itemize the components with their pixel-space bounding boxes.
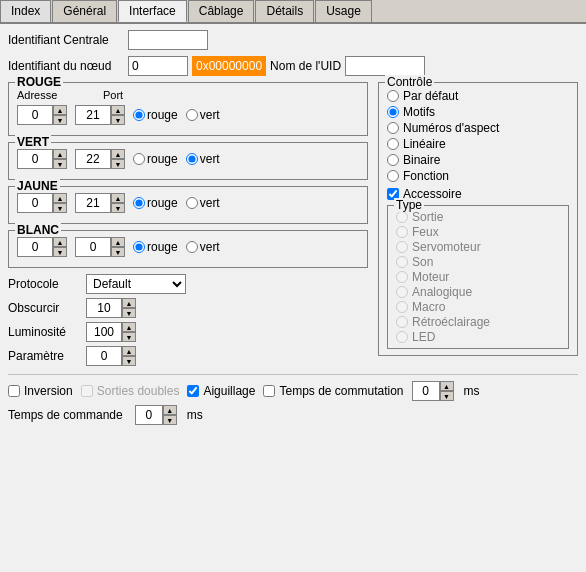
controle-par-defaut[interactable]: Par défaut xyxy=(387,89,569,103)
jaune-radio-vert[interactable]: vert xyxy=(186,196,220,210)
controle-lineaire[interactable]: Linéaire xyxy=(387,137,569,151)
luminosite-label: Luminosité xyxy=(8,325,78,339)
vert-adresse-down[interactable]: ▼ xyxy=(53,159,67,169)
nom-uid-input[interactable] xyxy=(345,56,425,76)
obscurcir-up[interactable]: ▲ xyxy=(122,298,136,308)
blanc-port-up[interactable]: ▲ xyxy=(111,237,125,247)
type-led[interactable]: LED xyxy=(396,330,560,344)
rouge-radio-vert[interactable]: vert xyxy=(186,108,220,122)
parametre-spinbtns: ▲ ▼ xyxy=(122,346,136,366)
vert-adresse-input[interactable] xyxy=(17,149,53,169)
rouge-port-input[interactable]: 21 xyxy=(75,105,111,125)
luminosite-down[interactable]: ▼ xyxy=(122,332,136,342)
obscurcir-down[interactable]: ▼ xyxy=(122,308,136,318)
tab-usage[interactable]: Usage xyxy=(315,0,372,22)
vert-port-down[interactable]: ▼ xyxy=(111,159,125,169)
obscurcir-input[interactable] xyxy=(86,298,122,318)
vert-radio-rouge[interactable]: rouge xyxy=(133,152,178,166)
blanc-adresse-input[interactable] xyxy=(17,237,53,257)
type-feux[interactable]: Feux xyxy=(396,225,560,239)
tab-general[interactable]: Général xyxy=(52,0,117,22)
blanc-radio-rouge[interactable]: rouge xyxy=(133,240,178,254)
protocole-label: Protocole xyxy=(8,277,78,291)
jaune-port-up[interactable]: ▲ xyxy=(111,193,125,203)
blanc-adresse-up[interactable]: ▲ xyxy=(53,237,67,247)
vert-port-input[interactable] xyxy=(75,149,111,169)
inversion-checkbox[interactable]: Inversion xyxy=(8,384,73,398)
rouge-inputs-row: 0 ▲ ▼ 21 ▲ ▼ xyxy=(17,105,359,125)
adresse-label: Adresse xyxy=(17,89,67,101)
rouge-adresse-down[interactable]: ▼ xyxy=(53,115,67,125)
type-group: Type Sortie Feux Servomoteur xyxy=(387,205,569,349)
protocole-select[interactable]: Default xyxy=(86,274,186,294)
controle-motifs[interactable]: Motifs xyxy=(387,105,569,119)
type-analogique[interactable]: Analogique xyxy=(396,285,560,299)
jaune-port-down[interactable]: ▼ xyxy=(111,203,125,213)
tab-details[interactable]: Détails xyxy=(255,0,314,22)
blanc-radio-vert[interactable]: vert xyxy=(186,240,220,254)
jaune-port-input[interactable] xyxy=(75,193,111,213)
jaune-adresse-up[interactable]: ▲ xyxy=(53,193,67,203)
vert-port-up[interactable]: ▲ xyxy=(111,149,125,159)
rouge-port-spinbtns: ▲ ▼ xyxy=(111,105,125,125)
luminosite-input[interactable] xyxy=(86,322,122,342)
vert-adresse-up[interactable]: ▲ xyxy=(53,149,67,159)
rouge-adresse-input[interactable]: 0 xyxy=(17,105,53,125)
tab-interface[interactable]: Interface xyxy=(118,0,187,22)
right-section: Contrôle Par défaut Motifs Numéros d'asp… xyxy=(378,82,578,370)
temps-commutation-up[interactable]: ▲ xyxy=(440,381,454,391)
controle-binaire[interactable]: Binaire xyxy=(387,153,569,167)
luminosite-up[interactable]: ▲ xyxy=(122,322,136,332)
jaune-radio-group: rouge vert xyxy=(133,196,220,210)
blanc-port-spinbtns: ▲ ▼ xyxy=(111,237,125,257)
rouge-port-up[interactable]: ▲ xyxy=(111,105,125,115)
rouge-port-down[interactable]: ▼ xyxy=(111,115,125,125)
type-sortie[interactable]: Sortie xyxy=(396,210,560,224)
temps-commutation-input[interactable] xyxy=(412,381,440,401)
temps-commutation-down[interactable]: ▼ xyxy=(440,391,454,401)
sorties-doubles-checkbox[interactable]: Sorties doubles xyxy=(81,384,180,398)
params-section: Protocole Default Obscurcir ▲ ▼ xyxy=(8,274,368,366)
jaune-radio-rouge[interactable]: rouge xyxy=(133,196,178,210)
jaune-adresse-input[interactable] xyxy=(17,193,53,213)
rouge-group-label: ROUGE xyxy=(15,75,63,89)
parametre-input[interactable] xyxy=(86,346,122,366)
blanc-group-label: BLANC xyxy=(15,223,61,237)
jaune-group: JAUNE ▲ ▼ ▲ ▼ xyxy=(8,186,368,224)
controle-group: Contrôle Par défaut Motifs Numéros d'asp… xyxy=(378,82,578,356)
temps-commutation-checkbox[interactable]: Temps de commutation xyxy=(263,384,403,398)
rouge-spinbox-row: Adresse Port xyxy=(17,89,359,101)
protocole-row: Protocole Default xyxy=(8,274,368,294)
parametre-up[interactable]: ▲ xyxy=(122,346,136,356)
rouge-adresse-up[interactable]: ▲ xyxy=(53,105,67,115)
tab-index[interactable]: Index xyxy=(0,0,51,22)
controle-fonction[interactable]: Fonction xyxy=(387,169,569,183)
tab-cablage[interactable]: Câblage xyxy=(188,0,255,22)
blanc-adresse-down[interactable]: ▼ xyxy=(53,247,67,257)
controle-numeros-aspect[interactable]: Numéros d'aspect xyxy=(387,121,569,135)
type-list: Sortie Feux Servomoteur Son xyxy=(396,210,560,344)
jaune-inputs-row: ▲ ▼ ▲ ▼ rouge xyxy=(17,193,359,213)
temps-commande-up[interactable]: ▲ xyxy=(163,405,177,415)
identifiant-noeud-input[interactable] xyxy=(128,56,188,76)
blanc-port-down[interactable]: ▼ xyxy=(111,247,125,257)
aiguillage-checkbox[interactable]: Aiguillage xyxy=(187,384,255,398)
temps-commande-input[interactable] xyxy=(135,405,163,425)
footer-row1: Inversion Sorties doubles Aiguillage Tem… xyxy=(8,381,578,401)
temps-commande-spinbox: ▲ ▼ xyxy=(135,405,177,425)
jaune-adresse-spinbox: ▲ ▼ xyxy=(17,193,67,213)
identifiant-centrale-input[interactable] xyxy=(128,30,208,50)
type-retroeclairage[interactable]: Rétroéclairage xyxy=(396,315,560,329)
type-moteur[interactable]: Moteur xyxy=(396,270,560,284)
parametre-down[interactable]: ▼ xyxy=(122,356,136,366)
type-servomoteur[interactable]: Servomoteur xyxy=(396,240,560,254)
blanc-port-input[interactable] xyxy=(75,237,111,257)
section-container: ROUGE Adresse Port 0 ▲ ▼ 21 xyxy=(8,82,578,370)
jaune-adresse-down[interactable]: ▼ xyxy=(53,203,67,213)
type-macro[interactable]: Macro xyxy=(396,300,560,314)
footer-row2: Temps de commande ▲ ▼ ms xyxy=(8,405,578,425)
rouge-radio-rouge[interactable]: rouge xyxy=(133,108,178,122)
type-son[interactable]: Son xyxy=(396,255,560,269)
temps-commande-down[interactable]: ▼ xyxy=(163,415,177,425)
vert-radio-vert[interactable]: vert xyxy=(186,152,220,166)
